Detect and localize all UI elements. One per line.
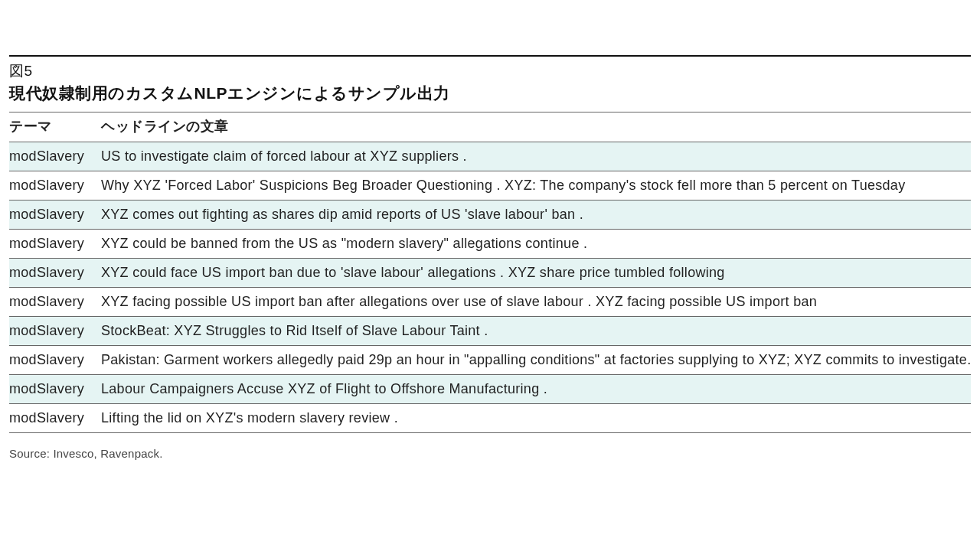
cell-theme: modSlavery bbox=[9, 288, 101, 317]
cell-headline: Why XYZ 'Forced Labor' Suspicions Beg Br… bbox=[101, 171, 971, 201]
cell-theme: modSlavery bbox=[9, 171, 101, 201]
cell-headline: StockBeat: XYZ Struggles to Rid Itself o… bbox=[101, 317, 971, 346]
figure-source: Source: Invesco, Ravenpack. bbox=[9, 433, 971, 460]
figure-container: 図5 現代奴隷制用のカスタムNLPエンジンによるサンプル出力 テーマ ヘッドライ… bbox=[0, 0, 980, 460]
figure-title: 現代奴隷制用のカスタムNLPエンジンによるサンプル出力 bbox=[9, 81, 971, 112]
table-row: modSlaveryXYZ facing possible US import … bbox=[9, 288, 971, 317]
cell-headline: Pakistan: Garment workers allegedly paid… bbox=[101, 346, 971, 375]
table-row: modSlaveryXYZ comes out fighting as shar… bbox=[9, 201, 971, 230]
cell-theme: modSlavery bbox=[9, 201, 101, 230]
cell-theme: modSlavery bbox=[9, 230, 101, 259]
cell-theme: modSlavery bbox=[9, 259, 101, 288]
cell-headline: XYZ could be banned from the US as "mode… bbox=[101, 230, 971, 259]
table-row: modSlaveryLifting the lid on XYZ's moder… bbox=[9, 404, 971, 433]
cell-theme: modSlavery bbox=[9, 404, 101, 433]
cell-theme: modSlavery bbox=[9, 317, 101, 346]
cell-theme: modSlavery bbox=[9, 346, 101, 375]
figure-number: 図5 bbox=[9, 57, 971, 81]
cell-headline: XYZ facing possible US import ban after … bbox=[101, 288, 971, 317]
table-row: modSlaveryXYZ could be banned from the U… bbox=[9, 230, 971, 259]
col-header-theme: テーマ bbox=[9, 112, 101, 142]
cell-headline: XYZ could face US import ban due to 'sla… bbox=[101, 259, 971, 288]
cell-headline: US to investigate claim of forced labour… bbox=[101, 142, 971, 171]
cell-theme: modSlavery bbox=[9, 375, 101, 404]
table-row: modSlaveryStockBeat: XYZ Struggles to Ri… bbox=[9, 317, 971, 346]
table-row: modSlaveryWhy XYZ 'Forced Labor' Suspici… bbox=[9, 171, 971, 201]
sample-output-table: テーマ ヘッドラインの文章 modSlaveryUS to investigat… bbox=[9, 112, 971, 433]
cell-headline: Lifting the lid on XYZ's modern slavery … bbox=[101, 404, 971, 433]
table-row: modSlaveryXYZ could face US import ban d… bbox=[9, 259, 971, 288]
table-row: modSlaveryPakistan: Garment workers alle… bbox=[9, 346, 971, 375]
cell-theme: modSlavery bbox=[9, 142, 101, 171]
cell-headline: XYZ comes out fighting as shares dip ami… bbox=[101, 201, 971, 230]
table-row: modSlaveryLabour Campaigners Accuse XYZ … bbox=[9, 375, 971, 404]
cell-headline: Labour Campaigners Accuse XYZ of Flight … bbox=[101, 375, 971, 404]
col-header-headline: ヘッドラインの文章 bbox=[101, 112, 971, 142]
table-row: modSlaveryUS to investigate claim of for… bbox=[9, 142, 971, 171]
